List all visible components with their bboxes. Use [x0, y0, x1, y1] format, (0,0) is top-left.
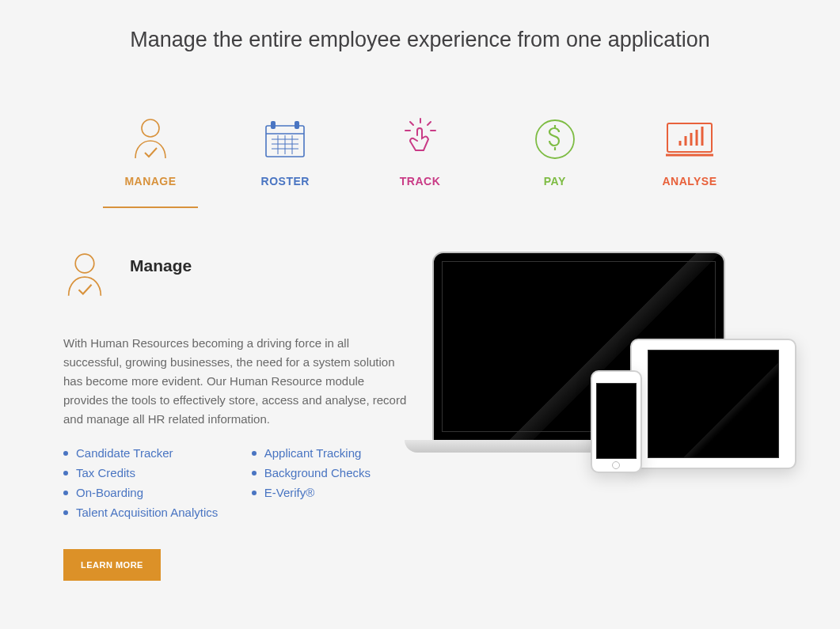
svg-rect-3 — [295, 121, 299, 129]
calendar-icon — [264, 116, 306, 163]
dollar-circle-icon — [534, 116, 576, 163]
tab-analyse-label: ANALYSE — [662, 175, 716, 207]
svg-point-6 — [75, 254, 94, 273]
feature-link[interactable]: Tax Credits — [76, 466, 135, 479]
tab-pay[interactable]: PAY — [507, 116, 602, 208]
bullet-icon — [63, 510, 68, 515]
tab-analyse[interactable]: ANALYSE — [642, 116, 737, 208]
tab-roster-label: ROSTER — [261, 175, 310, 207]
learn-more-button[interactable]: LEARN MORE — [63, 549, 161, 581]
tab-roster[interactable]: ROSTER — [238, 116, 333, 208]
feature-link[interactable]: On-Boarding — [76, 486, 143, 499]
bullet-icon — [252, 491, 257, 495]
feature-link[interactable]: E-Verify® — [264, 486, 315, 499]
feature-link[interactable]: Candidate Tracker — [76, 446, 173, 460]
tab-manage[interactable]: MANAGE — [103, 116, 198, 208]
tab-track-label: TRACK — [400, 175, 441, 207]
person-check-icon — [131, 116, 170, 163]
page-title: Manage the entire employee experience fr… — [0, 0, 840, 52]
feature-link[interactable]: Background Checks — [264, 466, 371, 479]
svg-rect-2 — [271, 121, 276, 129]
svg-point-0 — [142, 119, 159, 137]
feature-link[interactable]: Applicant Tracking — [264, 446, 362, 460]
bullet-icon — [63, 471, 68, 476]
feature-list: Candidate TrackerTax CreditsOn-BoardingT… — [63, 446, 409, 525]
bar-chart-icon — [664, 116, 715, 163]
bullet-icon — [63, 491, 68, 495]
devices-illustration — [432, 252, 777, 581]
section-title: Manage — [130, 252, 192, 275]
feature-item: E-Verify® — [252, 486, 409, 499]
tab-manage-label: MANAGE — [124, 175, 176, 207]
feature-item: Applicant Tracking — [252, 446, 409, 460]
bullet-icon — [63, 451, 68, 456]
feature-item: Tax Credits — [63, 466, 220, 479]
tab-track[interactable]: TRACK — [373, 116, 468, 208]
phone-device — [591, 370, 642, 473]
section-description: With Human Resources becoming a driving … — [63, 334, 409, 429]
tablet-device — [630, 339, 796, 469]
feature-link[interactable]: Talent Acquisition Analytics — [76, 506, 218, 519]
person-check-icon — [63, 252, 108, 302]
feature-item: On-Boarding — [63, 486, 220, 499]
tab-content: Manage With Human Resources becoming a d… — [63, 252, 777, 581]
bullet-icon — [252, 451, 257, 456]
tab-pay-label: PAY — [544, 175, 566, 207]
tap-icon — [403, 116, 438, 163]
feature-item: Candidate Tracker — [63, 446, 220, 460]
feature-tabs: MANAGE ROSTER TRACK — [103, 116, 737, 208]
feature-item: Talent Acquisition Analytics — [63, 506, 220, 519]
feature-item: Background Checks — [252, 466, 409, 479]
bullet-icon — [252, 471, 257, 476]
svg-rect-5 — [667, 123, 712, 152]
